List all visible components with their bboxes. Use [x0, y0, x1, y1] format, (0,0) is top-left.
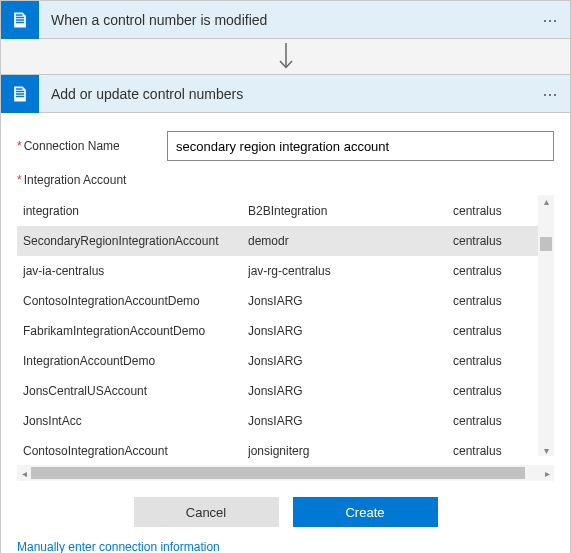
scroll-thumb[interactable] [540, 237, 552, 251]
region: centralus [453, 234, 548, 248]
connection-name-input[interactable] [167, 131, 554, 161]
account-name: jav-ia-centralus [23, 264, 248, 278]
trigger-step-header[interactable]: When a control number is modified ··· [1, 1, 570, 39]
region: centralus [453, 204, 548, 218]
ellipsis-icon[interactable]: ··· [530, 15, 570, 25]
resource-group: JonsIARG [248, 294, 453, 308]
integration-account-list[interactable]: integrationB2BIntegrationcentralusSecond… [17, 195, 554, 465]
account-name: JonsCentralUSAccount [23, 384, 248, 398]
resource-group: JonsIARG [248, 384, 453, 398]
manual-connection-link[interactable]: Manually enter connection information [17, 540, 220, 553]
account-name: ContosoIntegrationAccount [23, 444, 248, 458]
region: centralus [453, 444, 548, 458]
list-item[interactable]: ContosoIntegrationAccountDemoJonsIARGcen… [17, 286, 554, 316]
resource-group: jonsigniterg [248, 444, 453, 458]
ellipsis-icon[interactable]: ··· [530, 89, 570, 99]
list-item[interactable]: ContosoIntegrationAccountjonsignitergcen… [17, 436, 554, 465]
scroll-up-icon[interactable]: ▴ [538, 195, 554, 207]
account-name: ContosoIntegrationAccountDemo [23, 294, 248, 308]
connection-name-label: *Connection Name [17, 139, 167, 153]
trigger-step-title: When a control number is modified [39, 12, 530, 28]
vertical-scrollbar[interactable]: ▴ ▾ [538, 195, 554, 456]
list-item[interactable]: SecondaryRegionIntegrationAccountdemodrc… [17, 226, 554, 256]
create-button[interactable]: Create [293, 497, 438, 527]
list-item[interactable]: JonsCentralUSAccountJonsIARGcentralus [17, 376, 554, 406]
account-name: FabrikamIntegrationAccountDemo [23, 324, 248, 338]
resource-group: B2BIntegration [248, 204, 453, 218]
account-name: SecondaryRegionIntegrationAccount [23, 234, 248, 248]
connector-arrow [1, 39, 570, 75]
region: centralus [453, 384, 548, 398]
scroll-down-icon[interactable]: ▾ [538, 444, 554, 456]
region: centralus [453, 294, 548, 308]
account-name: integration [23, 204, 248, 218]
region: centralus [453, 414, 548, 428]
region: centralus [453, 354, 548, 368]
list-item[interactable]: jav-ia-centralusjav-rg-centraluscentralu… [17, 256, 554, 286]
region: centralus [453, 324, 548, 338]
resource-group: JonsIARG [248, 414, 453, 428]
document-icon [1, 75, 39, 113]
list-item[interactable]: IntegrationAccountDemoJonsIARGcentralus [17, 346, 554, 376]
scroll-thumb[interactable] [31, 467, 525, 479]
account-name: JonsIntAcc [23, 414, 248, 428]
resource-group: JonsIARG [248, 324, 453, 338]
resource-group: demodr [248, 234, 453, 248]
list-item[interactable]: JonsIntAccJonsIARGcentralus [17, 406, 554, 436]
account-name: IntegrationAccountDemo [23, 354, 248, 368]
region: centralus [453, 264, 548, 278]
scroll-right-icon[interactable]: ▸ [540, 465, 554, 481]
list-item[interactable]: integrationB2BIntegrationcentralus [17, 196, 554, 226]
resource-group: jav-rg-centralus [248, 264, 453, 278]
horizontal-scrollbar[interactable]: ◂ ▸ [17, 465, 554, 481]
action-step-title: Add or update control numbers [39, 86, 530, 102]
document-icon [1, 1, 39, 39]
scroll-left-icon[interactable]: ◂ [17, 465, 31, 481]
list-item[interactable]: FabrikamIntegrationAccountDemoJonsIARGce… [17, 316, 554, 346]
cancel-button[interactable]: Cancel [134, 497, 279, 527]
resource-group: JonsIARG [248, 354, 453, 368]
action-step-header[interactable]: Add or update control numbers ··· [1, 75, 570, 113]
integration-account-label: *Integration Account [17, 173, 554, 187]
